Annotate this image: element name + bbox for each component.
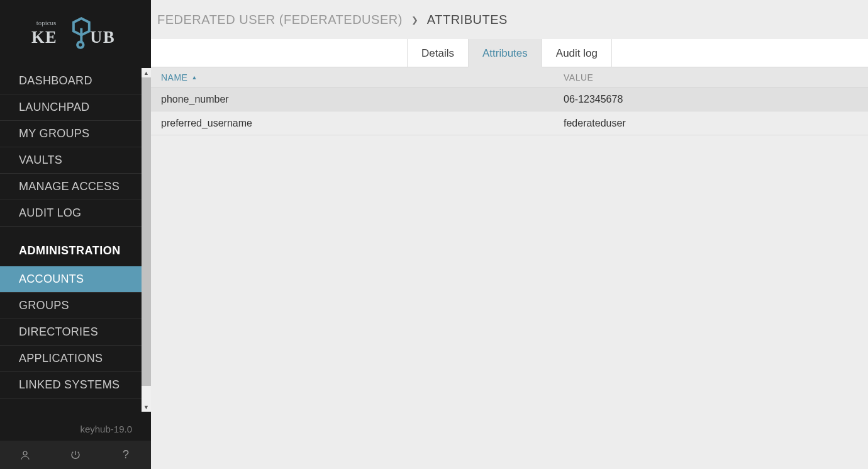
breadcrumb-current: ATTRIBUTES [427,13,508,27]
column-header-value-label: VALUE [564,72,593,82]
attr-name: phone_number [151,94,564,105]
sidebar-item-applications[interactable]: APPLICATIONS [0,346,142,372]
column-header-value[interactable]: VALUE [564,72,868,82]
sidebar-item-my-groups[interactable]: MY GROUPS [0,121,142,147]
table-row[interactable]: preferred_usernamefederateduser [151,111,868,135]
sidebar-item-vaults[interactable]: VAULTS [0,147,142,174]
sidebar-scrollbar[interactable]: ▲ ▼ [142,68,151,412]
sidebar-item-linked-systems[interactable]: LINKED SYSTEMS [0,372,142,398]
attr-value: 06-12345678 [564,94,868,105]
sidebar-item-launchpad[interactable]: LAUNCHPAD [0,94,142,121]
scroll-thumb[interactable] [142,77,151,386]
logo[interactable]: topicus KE UB [0,0,151,68]
version-label: keyhub-19.0 [0,414,151,441]
column-header-name-label: NAME [161,72,187,82]
logo-brand-top: topicus [36,19,56,26]
question-icon: ? [123,448,129,461]
sidebar-item-dashboard[interactable]: DASHBOARD [0,68,142,94]
sort-asc-icon: ▲ [191,74,197,81]
sidebar: topicus KE UB DASHBOARDLAUNCHPADMY GROUP… [0,0,151,469]
chevron-right-icon: ❯ [411,15,418,25]
table-row[interactable]: phone_number06-12345678 [151,88,868,111]
attr-name: preferred_username [151,118,564,129]
svg-text:UB: UB [90,28,115,47]
user-icon [21,451,29,460]
sidebar-nav: DASHBOARDLAUNCHPADMY GROUPSVAULTSMANAGE … [0,68,142,414]
breadcrumb: FEDERATED USER (FEDERATEDUSER) ❯ ATTRIBU… [151,0,868,39]
main-content: FEDERATED USER (FEDERATEDUSER) ❯ ATTRIBU… [151,0,868,469]
tab-bar: DetailsAttributesAudit log [151,39,868,67]
sidebar-item-audit-log[interactable]: AUDIT LOG [0,200,142,227]
help-button[interactable]: ? [101,441,150,469]
sidebar-section-administration: ADMINISTRATION [0,227,142,266]
attr-value: federateduser [564,118,868,129]
scroll-down-icon[interactable]: ▼ [142,402,151,412]
power-icon [72,451,79,458]
column-header-name[interactable]: NAME ▲ [151,72,564,82]
power-button[interactable] [50,441,100,469]
table-header: NAME ▲ VALUE [151,67,868,88]
breadcrumb-parent[interactable]: FEDERATED USER (FEDERATEDUSER) [157,13,403,27]
bottom-bar: ? [0,441,151,469]
svg-text:KE: KE [31,28,57,47]
table-body: phone_number06-12345678preferred_usernam… [151,88,868,135]
sidebar-item-accounts[interactable]: ACCOUNTS [0,266,142,293]
tab-audit-log[interactable]: Audit log [542,39,612,67]
tab-attributes[interactable]: Attributes [469,39,542,67]
profile-button[interactable] [0,441,50,469]
scroll-up-icon[interactable]: ▲ [142,68,151,77]
sidebar-item-directories[interactable]: DIRECTORIES [0,319,142,346]
sidebar-item-groups[interactable]: GROUPS [0,293,142,319]
sidebar-item-manage-access[interactable]: MANAGE ACCESS [0,174,142,200]
tab-details[interactable]: Details [408,39,469,67]
